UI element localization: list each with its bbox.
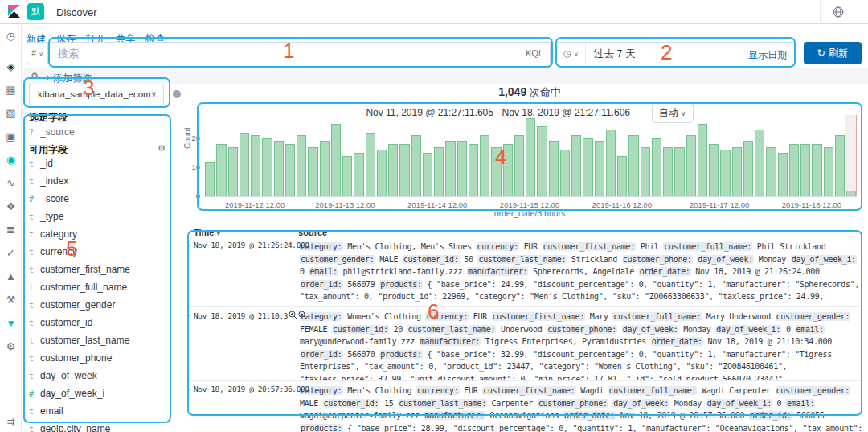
histogram-bar[interactable] [320,141,330,196]
histogram-bar[interactable] [491,147,501,196]
field-item-day_of_week[interactable]: tday_of_week [29,370,170,388]
field-item-_id[interactable]: t_id [29,158,170,175]
field-item-geoip.city_name[interactable]: tgeoip.city_name [29,423,170,432]
histogram-bar[interactable] [755,130,764,196]
field-item-_score[interactable]: #_score [29,193,170,211]
field-item-customer_phone[interactable]: tcustomer_phone [29,352,170,370]
histogram-bar[interactable] [285,144,295,196]
histogram-bar[interactable] [308,147,317,196]
histogram-bar[interactable] [423,153,432,196]
nav-metrics-icon[interactable]: ≣ [0,218,22,241]
search-input[interactable] [58,43,508,63]
table-row[interactable]: ▸Nov 18, 2019 @ 21:10:3category: Women's… [187,306,862,380]
histogram-bar[interactable] [800,144,810,196]
histogram-bar[interactable] [617,156,627,197]
histogram-bar[interactable] [720,150,730,196]
nav-visualize-icon[interactable]: ▦ [0,78,22,101]
histogram-bar[interactable] [674,147,684,196]
histogram[interactable]: 01020 [203,115,857,197]
show-dates-button[interactable]: 显示日期 [748,48,787,62]
histogram-bar[interactable] [732,147,742,196]
histogram-bar[interactable] [469,144,478,196]
histogram-bar[interactable] [399,144,409,196]
field-item-customer_first_name[interactable]: tcustomer_first_name [29,264,170,282]
saved-query-menu-button[interactable]: # ∨ [27,42,48,64]
table-row[interactable]: ▸Nov 18, 2019 @ 21:26:24.000category: Me… [187,237,862,306]
field-item-currency[interactable]: tcurrency [29,246,170,264]
nav-canvas-icon[interactable]: ▣ [0,125,22,148]
histogram-bar[interactable] [743,141,753,196]
histogram-bar[interactable] [388,144,398,196]
expand-row-icon[interactable]: ▸ [187,385,190,393]
nav-machine-learning-icon[interactable]: ∿ [0,171,22,195]
nav-graph-icon[interactable]: ❖ [0,195,22,218]
histogram-bar[interactable] [228,147,238,196]
nav-siem-icon[interactable]: ▲ [0,265,22,288]
histogram-bar[interactable] [377,150,387,196]
nav-recently-viewed-icon[interactable]: ◷ [0,24,22,47]
histogram-bar[interactable] [549,141,559,196]
field-item-customer_id[interactable]: tcustomer_id [29,317,170,335]
histogram-bar[interactable] [789,144,799,196]
collapse-sidebar-icon[interactable] [173,90,181,98]
nav-management-icon[interactable]: ⚙ [0,335,22,358]
histogram-bar[interactable] [274,141,284,196]
nav-maps-icon[interactable]: ◉ [0,148,22,171]
histogram-bar[interactable] [445,141,455,196]
field-item-_type[interactable]: t_type [29,211,170,228]
histogram-bar[interactable] [366,133,375,196]
histogram-bar[interactable] [709,144,719,196]
filter-options-gear-icon[interactable]: ⚙ [31,71,39,81]
histogram-bar[interactable] [503,144,513,196]
histogram-bar[interactable] [812,144,821,196]
histogram-bar[interactable] [560,150,570,196]
table-row[interactable]: ▸Nov 18, 2019 @ 20:57:36.000category: Me… [187,380,862,432]
field-item-source[interactable]: ?_source [29,126,75,138]
field-item-customer_gender[interactable]: tcustomer_gender [29,299,170,317]
x-axis-title[interactable]: order_date/3 hours [203,208,857,218]
histogram-bar[interactable] [698,124,707,196]
histogram-bar[interactable] [606,130,616,196]
nav-dashboard-icon[interactable]: ▧ [0,101,22,125]
collapse-nav-icon[interactable]: ⇉ [0,409,22,427]
time-picker-quick-menu[interactable]: ◷ ∨ [557,43,586,64]
kibana-logo-icon[interactable] [7,5,21,22]
nav-discover-icon[interactable]: ◈ [0,55,22,78]
histogram-bar[interactable] [824,147,833,196]
field-item-customer_last_name[interactable]: tcustomer_last_name [29,335,170,352]
histogram-bar[interactable] [354,153,363,196]
histogram-bar[interactable] [457,141,467,196]
histogram-bar[interactable] [331,124,341,196]
histogram-bar[interactable] [216,144,226,196]
histogram-bar[interactable] [595,141,604,196]
field-item-email[interactable]: temail [29,405,170,423]
histogram-bar[interactable] [434,147,444,196]
histogram-bar[interactable] [342,156,352,197]
field-settings-gear-icon[interactable]: ⚙ [158,143,166,154]
histogram-bar[interactable] [641,147,650,196]
nav-stack-monitoring-icon[interactable]: ♥ [0,311,22,335]
refresh-button[interactable]: ↻ 刷新 [804,42,862,64]
histogram-bar[interactable] [663,147,673,196]
zoom-out-icon[interactable] [298,311,307,319]
histogram-bar[interactable] [766,147,776,196]
help-globe-icon[interactable] [833,6,844,20]
time-range-value[interactable]: 过去 7 天 [594,47,635,61]
expand-row-icon[interactable]: ▸ [187,311,190,319]
histogram-bar[interactable] [240,133,249,196]
nav-dev-tools-icon[interactable]: ⚒ [0,288,22,311]
field-item-day_of_week_i[interactable]: #day_of_week_i [29,388,170,405]
nav-uptime-icon[interactable]: ✓ [0,241,22,265]
field-name-badge: currency: [476,242,519,251]
field-item-category[interactable]: tcategory [29,228,170,246]
field-item-customer_full_name[interactable]: tcustomer_full_name [29,282,170,299]
index-pattern-select[interactable]: kibana_sample_data_ecom... ∨ [29,84,164,105]
field-item-_index[interactable]: t_index [29,175,170,193]
field-name-badge: day_of_week_i: [706,399,772,408]
zoom-in-icon[interactable] [289,311,297,319]
space-badge[interactable]: 默 [27,3,44,20]
query-language-button[interactable]: KQL [526,48,543,58]
expand-row-icon[interactable]: ▸ [187,241,190,249]
histogram-bar[interactable] [526,118,535,196]
histogram-bar[interactable] [778,153,788,196]
